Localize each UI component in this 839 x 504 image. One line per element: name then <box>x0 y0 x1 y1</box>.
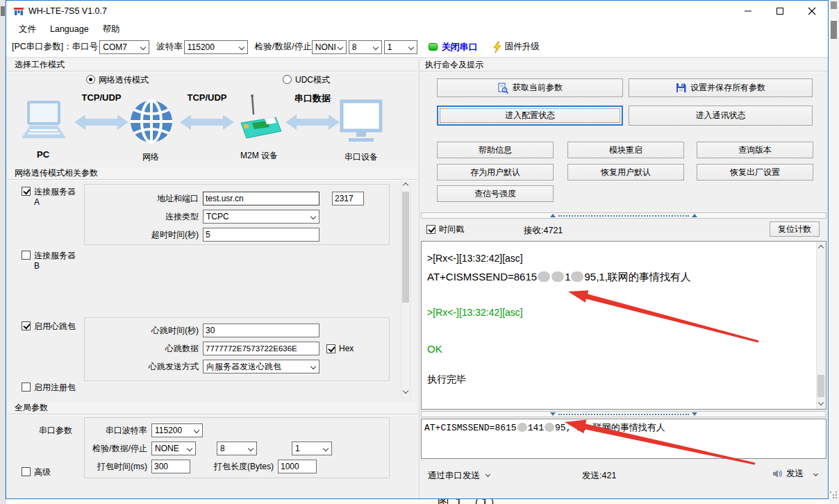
advanced-checkbox[interactable]: 高级 <box>22 467 51 478</box>
server-a-label: 连接服务器 A <box>34 187 76 208</box>
splitter-dots <box>558 215 689 217</box>
log-splitter-top[interactable] <box>421 212 826 219</box>
timestamp-checkbox[interactable]: 时间戳 <box>426 224 464 235</box>
register-packet-label: 启用注册包 <box>34 383 76 393</box>
server-port-input[interactable]: 2317 <box>332 192 364 205</box>
scrollbar-thumb[interactable] <box>817 375 824 397</box>
radio-transparent-label: 网络透传模式 <box>99 75 149 85</box>
log-line-at-command: AT+CISMSSEND=8615195,1,联网的事情找有人 <box>427 271 691 284</box>
laptop-icon <box>17 101 70 142</box>
com-port-value: COM7 <box>103 42 127 52</box>
minimize-button[interactable] <box>732 1 764 22</box>
doc-search-icon <box>497 83 508 94</box>
hb-data-input[interactable]: 7777772E7573722E636E <box>203 342 319 355</box>
g-stopbits-value: 1 <box>295 444 300 453</box>
window-title: WH-LTE-7S5 V1.0.7 <box>28 6 107 16</box>
censor-blob <box>551 271 564 282</box>
pack-time-input[interactable]: 300 <box>151 460 190 473</box>
radio-transparent-mode[interactable]: 网络透传模式 <box>86 75 149 85</box>
log-scrollbar[interactable] <box>816 242 826 409</box>
scroll-down-icon[interactable] <box>403 388 408 394</box>
databits-select[interactable]: 8 <box>349 40 382 54</box>
save-params-button[interactable]: 设置并保存所有参数 <box>629 78 813 97</box>
checkbox-unchecked-icon <box>22 383 31 392</box>
collapse-up-icon[interactable] <box>550 214 556 217</box>
collapse-down-icon[interactable] <box>550 412 556 416</box>
timeout-label: 超时时间(秒) <box>85 229 199 241</box>
g-parity-select[interactable]: NONE <box>151 442 196 455</box>
query-signal-label: 查信号强度 <box>474 188 516 200</box>
g-parity-label: 检验/数据/停止 <box>85 443 147 455</box>
send-button[interactable]: 发送 <box>772 468 817 480</box>
hb-time-input[interactable]: 30 <box>203 324 319 337</box>
g-stopbits-select[interactable]: 1 <box>292 442 332 455</box>
parity-select[interactable]: NONI <box>312 40 347 54</box>
server-a-checkbox[interactable]: 连接服务器 A <box>22 187 76 208</box>
com-port-select[interactable]: COM7 <box>99 40 149 54</box>
send-options-dropdown[interactable]: 通过串口发送 <box>428 470 490 482</box>
splitter-dots <box>558 414 689 415</box>
hb-mode-select[interactable]: 向服务器发送心跳包 <box>203 360 319 373</box>
enter-comm-button[interactable]: 进入通讯状态 <box>629 106 813 126</box>
scroll-down-icon[interactable] <box>818 400 824 405</box>
baud-label: 波特率 <box>156 41 183 53</box>
globe-icon <box>130 96 173 146</box>
close-button[interactable] <box>796 1 828 22</box>
hex-checkbox[interactable]: Hex <box>326 344 354 354</box>
server-a-label-line2: A <box>34 197 76 208</box>
factory-reset-button[interactable]: 恢复出厂设置 <box>697 164 813 180</box>
restore-user-default-button[interactable]: 恢复用户默认 <box>567 164 684 180</box>
scroll-up-icon[interactable] <box>818 245 824 251</box>
collapse-up-icon[interactable] <box>692 214 697 217</box>
baud-select[interactable]: 115200 <box>184 40 248 54</box>
collapse-down-icon[interactable] <box>692 412 697 416</box>
module-restart-button[interactable]: 模块重启 <box>567 142 684 158</box>
heartbeat-checkbox[interactable]: 启用心跳包 <box>22 321 76 332</box>
save-user-default-button[interactable]: 存为用户默认 <box>437 164 554 180</box>
reset-count-button[interactable]: 复位计数 <box>770 221 820 237</box>
red-arrow-annotation-2 <box>559 417 761 471</box>
resize-grip[interactable] <box>830 492 831 493</box>
chevron-down-icon <box>310 214 316 219</box>
scrollbar-thumb[interactable] <box>402 192 409 303</box>
stopbits-select[interactable]: 1 <box>384 40 417 54</box>
tcp-udp-label-1: TCP/UDP <box>81 92 121 103</box>
addr-port-label: 地址和端口 <box>85 193 199 205</box>
speaker-icon <box>772 469 783 478</box>
cmd-section-header: 执行命令及提示 <box>420 59 828 72</box>
conn-type-select[interactable]: TCPC <box>203 210 319 224</box>
screen: 图 1 （1） WH-LTE-7S5 V1.0.7 文件 <box>0 0 839 504</box>
double-arrow-icon <box>74 113 128 131</box>
left-panel-scrollbar[interactable] <box>401 178 410 398</box>
global-serial-group: 串口波特率 115200 检验/数据/停止 NONE 8 <box>84 417 390 478</box>
toolbar: [PC串口参数]：串口号 COM7 波特率 115200 检验/数据/停止 NO… <box>6 37 828 58</box>
register-packet-checkbox[interactable]: 启用注册包 <box>22 383 76 393</box>
hb-data-label: 心跳数据 <box>85 343 199 355</box>
scroll-up-icon[interactable] <box>403 183 408 188</box>
menu-bar: 文件 Language 帮助 <box>6 22 828 37</box>
get-params-button[interactable]: 获取当前参数 <box>437 78 623 97</box>
g-parity-value: NONE <box>155 444 179 453</box>
menu-file[interactable]: 文件 <box>12 22 43 37</box>
radio-udc-mode[interactable]: UDC模式 <box>283 75 330 85</box>
g-databits-select[interactable]: 8 <box>217 442 257 455</box>
timeout-input[interactable]: 5 <box>203 228 319 242</box>
query-signal-button[interactable]: 查信号强度 <box>437 185 554 202</box>
menu-help[interactable]: 帮助 <box>96 22 127 37</box>
pack-len-input[interactable]: 1000 <box>278 460 317 473</box>
firmware-upgrade-button[interactable]: 固件升级 <box>505 41 540 53</box>
server-address-input[interactable]: test.usr.cn <box>203 192 319 205</box>
stopbits-value: 1 <box>388 42 392 52</box>
server-b-checkbox[interactable]: 连接服务器 B <box>22 251 76 271</box>
chevron-down-icon <box>408 44 414 49</box>
help-info-button[interactable]: 帮助信息 <box>437 142 554 158</box>
close-icon <box>808 7 816 15</box>
enter-config-button[interactable]: 进入配置状态 <box>437 106 623 126</box>
menu-language[interactable]: Language <box>43 22 96 37</box>
g-baud-select[interactable]: 115200 <box>151 423 203 437</box>
query-version-button[interactable]: 查询版本 <box>697 142 813 158</box>
chevron-down-icon <box>194 428 199 433</box>
close-port-button[interactable]: 关闭串口 <box>442 41 478 53</box>
maximize-button[interactable] <box>764 1 796 22</box>
baud-value: 115200 <box>188 42 215 52</box>
